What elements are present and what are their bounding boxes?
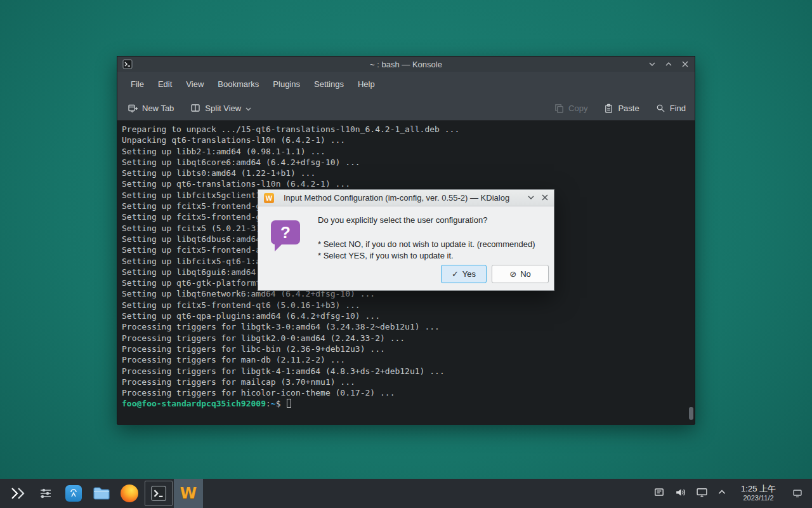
konsole-toolbar: New Tab Split View Copy Paste Find xyxy=(117,96,695,120)
paste-icon xyxy=(604,104,613,113)
konsole-titlebar[interactable]: ~ : bash — Konsole xyxy=(117,57,695,72)
show-desktop-icon xyxy=(792,488,802,498)
split-view-button[interactable]: Split View xyxy=(190,103,251,113)
im-config-icon: W xyxy=(180,485,197,502)
display-icon[interactable] xyxy=(696,486,708,501)
no-button[interactable]: ⊘ No xyxy=(492,265,549,283)
new-tab-label: New Tab xyxy=(142,104,174,113)
terminal-line: Processing triggers for libgtk2.0-0:amd6… xyxy=(122,333,695,344)
split-view-label: Split View xyxy=(205,104,241,113)
find-label: Find xyxy=(670,104,686,113)
split-view-icon xyxy=(190,103,200,113)
konsole-taskbar-button[interactable] xyxy=(145,481,173,506)
discover-button[interactable] xyxy=(60,479,88,508)
no-button-label: No xyxy=(520,269,531,279)
copy-label: Copy xyxy=(568,104,587,113)
copy-button[interactable]: Copy xyxy=(554,104,587,113)
question-icon: ? xyxy=(271,220,300,244)
taskbar: W 1:25 上午 2023/11/2 xyxy=(0,479,812,508)
terminal-line: Processing triggers for man-db (2.11.2-2… xyxy=(122,354,695,365)
terminal-line: Processing triggers for mailcap (3.70+nm… xyxy=(122,377,695,387)
terminal-line: Preparing to unpack .../15-qt6-translati… xyxy=(122,124,695,135)
folder-icon xyxy=(92,485,111,502)
discover-icon xyxy=(65,485,82,502)
konsole-menubar: File Edit View Bookmarks Plugins Setting… xyxy=(117,72,695,96)
clock[interactable]: 1:25 上午 2023/11/2 xyxy=(736,484,781,503)
prompt-user-host: foo@foo-standardpcq35ich92009 xyxy=(122,399,266,408)
question-icon-tail xyxy=(275,243,283,251)
task-manager-settings-button[interactable] xyxy=(32,479,60,508)
launcher-icon xyxy=(10,486,26,500)
chevron-down-icon xyxy=(246,104,251,113)
app-launcher-button[interactable] xyxy=(4,479,32,508)
menu-help[interactable]: Help xyxy=(351,76,382,92)
terminal-line: Processing triggers for hicolor-icon-the… xyxy=(122,387,695,398)
paste-label: Paste xyxy=(618,104,639,113)
dialog-option-yes: * Select YES, if you wish to update it. xyxy=(318,250,547,262)
window-title: ~ : bash — Konsole xyxy=(117,60,695,69)
find-icon xyxy=(656,104,665,113)
close-icon[interactable] xyxy=(541,192,549,204)
yes-button-label: Yes xyxy=(462,269,476,279)
menu-edit[interactable]: Edit xyxy=(151,76,179,92)
check-icon: ✓ xyxy=(452,269,459,279)
copy-icon xyxy=(554,104,564,113)
cancel-icon: ⊘ xyxy=(509,269,516,279)
menu-view[interactable]: View xyxy=(179,76,211,92)
find-button[interactable]: Find xyxy=(656,104,686,113)
volume-icon[interactable] xyxy=(674,486,686,501)
terminal-line: Setting up qt6-translations-l10n (6.4.2-… xyxy=(122,178,695,189)
clock-date: 2023/11/2 xyxy=(741,493,776,503)
firefox-button[interactable] xyxy=(115,479,143,508)
minimize-button[interactable] xyxy=(646,58,658,70)
expand-tray-icon[interactable] xyxy=(717,488,726,499)
dolphin-file-manager-button[interactable] xyxy=(88,479,115,508)
yes-button[interactable]: ✓ Yes xyxy=(441,265,487,283)
terminal-line: Unpacking qt6-translations-l10n (6.4.2-1… xyxy=(122,135,695,145)
terminal-line: Setting up libqt6core6:amd64 (6.4.2+dfsg… xyxy=(122,157,695,168)
maximize-button[interactable] xyxy=(663,58,674,70)
im-config-icon: W xyxy=(264,193,274,203)
menu-file[interactable]: File xyxy=(124,76,151,92)
terminal-line: Processing triggers for libgtk-4-1:amd64… xyxy=(122,366,695,377)
menu-bookmarks[interactable]: Bookmarks xyxy=(211,76,266,92)
terminal-line: Setting up libb2-1:amd64 (0.98.1-1.1) ..… xyxy=(122,146,695,157)
terminal-line: Processing triggers for libgtk-3-0:amd64… xyxy=(122,321,695,332)
terminal-line: Setting up fcitx5-frontend-qt6 (5.0.16-1… xyxy=(122,300,695,311)
dialog-question: Do you explicitly select the user config… xyxy=(318,215,547,225)
dialog-option-no: * Select NO, if you do not wish to updat… xyxy=(318,239,547,250)
terminal-line: Setting up libts0:amd64 (1.22-1+b1) ... xyxy=(122,168,695,178)
kdialog-body: ? Do you explicitly select the user conf… xyxy=(258,206,554,291)
sliders-icon xyxy=(38,486,53,501)
chevron-down-icon xyxy=(130,105,134,115)
show-desktop-button[interactable] xyxy=(790,479,804,508)
more-actions-icon[interactable] xyxy=(527,192,535,204)
kdialog-taskbar-button[interactable]: W xyxy=(174,479,203,508)
terminal-scrollbar[interactable] xyxy=(688,122,693,424)
terminal-cursor xyxy=(287,399,291,408)
notifications-icon[interactable] xyxy=(653,486,665,500)
paste-button[interactable]: Paste xyxy=(604,104,639,113)
scrollbar-thumb[interactable] xyxy=(689,407,693,420)
close-button[interactable] xyxy=(679,58,691,70)
terminal-line: Processing triggers for libc-bin (2.36-9… xyxy=(122,344,695,354)
clock-time: 1:25 上午 xyxy=(741,484,776,493)
konsole-icon xyxy=(150,485,167,502)
prompt-path: ~ xyxy=(271,399,276,408)
menu-plugins[interactable]: Plugins xyxy=(266,76,307,92)
prompt-symbol: $ xyxy=(276,399,286,408)
terminal-line: Setting up qt6-qpa-plugins:amd64 (6.4.2+… xyxy=(122,311,695,321)
firefox-icon xyxy=(121,485,138,502)
kdialog-title: Input Method Configuration (im-config, v… xyxy=(277,193,516,203)
menu-settings[interactable]: Settings xyxy=(307,76,351,92)
shell-prompt: foo@foo-standardpcq35ich92009:~$ xyxy=(122,398,695,409)
kdialog-window: W Input Method Configuration (im-config,… xyxy=(258,189,554,291)
prompt-separator: : xyxy=(266,399,271,408)
kdialog-titlebar[interactable]: W Input Method Configuration (im-config,… xyxy=(258,190,554,206)
new-tab-button[interactable]: New Tab xyxy=(128,103,174,113)
